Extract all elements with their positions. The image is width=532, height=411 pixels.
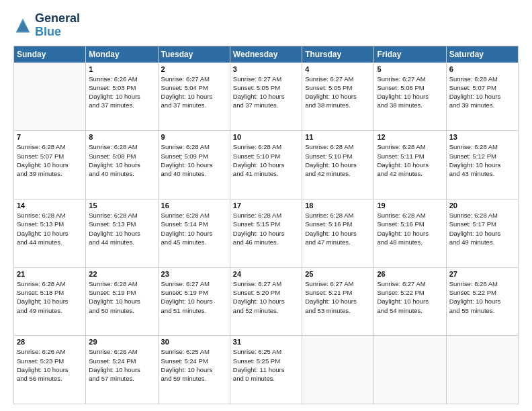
calendar-week-row: 1Sunrise: 6:26 AM Sunset: 5:03 PM Daylig… xyxy=(14,62,519,131)
day-info: Sunrise: 6:28 AM Sunset: 5:17 PM Dayligh… xyxy=(449,211,515,246)
calendar-cell: 20Sunrise: 6:28 AM Sunset: 5:17 PM Dayli… xyxy=(446,199,518,267)
calendar-cell xyxy=(446,336,518,404)
day-info: Sunrise: 6:25 AM Sunset: 5:24 PM Dayligh… xyxy=(161,347,227,383)
weekday-header: Sunday xyxy=(14,46,86,62)
calendar-cell: 28Sunrise: 6:26 AM Sunset: 5:23 PM Dayli… xyxy=(14,336,86,404)
weekday-header: Wednesday xyxy=(230,46,302,62)
day-number: 15 xyxy=(89,201,154,210)
calendar-week-row: 7Sunrise: 6:28 AM Sunset: 5:07 PM Daylig… xyxy=(14,131,519,199)
calendar-cell: 16Sunrise: 6:28 AM Sunset: 5:14 PM Dayli… xyxy=(158,199,230,267)
calendar-cell: 27Sunrise: 6:26 AM Sunset: 5:22 PM Dayli… xyxy=(446,267,518,336)
day-number: 29 xyxy=(89,338,154,346)
day-info: Sunrise: 6:27 AM Sunset: 5:05 PM Dayligh… xyxy=(233,75,299,110)
calendar-cell: 30Sunrise: 6:25 AM Sunset: 5:24 PM Dayli… xyxy=(158,336,230,404)
calendar-week-row: 21Sunrise: 6:28 AM Sunset: 5:18 PM Dayli… xyxy=(14,267,519,336)
calendar-cell: 26Sunrise: 6:27 AM Sunset: 5:22 PM Dayli… xyxy=(374,267,446,336)
day-info: Sunrise: 6:26 AM Sunset: 5:03 PM Dayligh… xyxy=(89,75,154,110)
calendar-cell: 10Sunrise: 6:28 AM Sunset: 5:10 PM Dayli… xyxy=(230,131,302,199)
calendar-week-row: 28Sunrise: 6:26 AM Sunset: 5:23 PM Dayli… xyxy=(14,336,519,404)
weekday-header: Saturday xyxy=(446,46,518,62)
calendar-cell: 18Sunrise: 6:28 AM Sunset: 5:16 PM Dayli… xyxy=(302,199,374,267)
day-number: 8 xyxy=(89,133,154,141)
day-number: 5 xyxy=(377,65,443,73)
day-info: Sunrise: 6:26 AM Sunset: 5:23 PM Dayligh… xyxy=(17,347,83,383)
calendar-cell: 25Sunrise: 6:27 AM Sunset: 5:21 PM Dayli… xyxy=(302,267,374,336)
day-info: Sunrise: 6:28 AM Sunset: 5:19 PM Dayligh… xyxy=(89,279,154,315)
day-info: Sunrise: 6:27 AM Sunset: 5:06 PM Dayligh… xyxy=(377,75,443,110)
calendar-cell: 23Sunrise: 6:27 AM Sunset: 5:19 PM Dayli… xyxy=(158,267,230,336)
day-info: Sunrise: 6:27 AM Sunset: 5:20 PM Dayligh… xyxy=(233,279,299,315)
logo-text: General Blue xyxy=(35,12,80,39)
weekday-header: Monday xyxy=(86,46,158,62)
day-number: 22 xyxy=(89,270,154,278)
day-number: 6 xyxy=(449,65,515,73)
day-number: 31 xyxy=(233,338,299,346)
day-info: Sunrise: 6:28 AM Sunset: 5:08 PM Dayligh… xyxy=(89,142,154,178)
calendar-body: 1Sunrise: 6:26 AM Sunset: 5:03 PM Daylig… xyxy=(14,62,519,404)
weekday-header: Friday xyxy=(374,46,446,62)
calendar-cell xyxy=(14,62,86,131)
calendar-cell: 14Sunrise: 6:28 AM Sunset: 5:13 PM Dayli… xyxy=(14,199,86,267)
day-number: 25 xyxy=(305,270,371,278)
calendar-cell: 1Sunrise: 6:26 AM Sunset: 5:03 PM Daylig… xyxy=(86,62,158,131)
day-number: 18 xyxy=(305,201,371,210)
day-info: Sunrise: 6:28 AM Sunset: 5:11 PM Dayligh… xyxy=(377,142,443,178)
day-info: Sunrise: 6:28 AM Sunset: 5:10 PM Dayligh… xyxy=(305,142,371,178)
day-info: Sunrise: 6:28 AM Sunset: 5:14 PM Dayligh… xyxy=(161,211,227,246)
calendar-cell: 31Sunrise: 6:25 AM Sunset: 5:25 PM Dayli… xyxy=(230,336,302,404)
day-number: 2 xyxy=(161,65,227,73)
svg-marker-1 xyxy=(17,21,29,32)
day-number: 13 xyxy=(449,133,515,141)
calendar-week-row: 14Sunrise: 6:28 AM Sunset: 5:13 PM Dayli… xyxy=(14,199,519,267)
day-info: Sunrise: 6:28 AM Sunset: 5:13 PM Dayligh… xyxy=(17,211,83,246)
calendar-cell: 11Sunrise: 6:28 AM Sunset: 5:10 PM Dayli… xyxy=(302,131,374,199)
day-number: 19 xyxy=(377,201,443,210)
day-info: Sunrise: 6:28 AM Sunset: 5:16 PM Dayligh… xyxy=(305,211,371,246)
day-info: Sunrise: 6:27 AM Sunset: 5:05 PM Dayligh… xyxy=(305,75,371,110)
calendar-cell: 22Sunrise: 6:28 AM Sunset: 5:19 PM Dayli… xyxy=(86,267,158,336)
day-number: 14 xyxy=(17,201,83,210)
day-info: Sunrise: 6:26 AM Sunset: 5:24 PM Dayligh… xyxy=(89,347,154,383)
calendar-cell: 2Sunrise: 6:27 AM Sunset: 5:04 PM Daylig… xyxy=(158,62,230,131)
day-info: Sunrise: 6:27 AM Sunset: 5:19 PM Dayligh… xyxy=(161,279,227,315)
calendar-cell xyxy=(302,336,374,404)
day-number: 11 xyxy=(305,133,371,141)
calendar-cell: 15Sunrise: 6:28 AM Sunset: 5:13 PM Dayli… xyxy=(86,199,158,267)
day-info: Sunrise: 6:28 AM Sunset: 5:07 PM Dayligh… xyxy=(17,142,83,178)
calendar-cell: 3Sunrise: 6:27 AM Sunset: 5:05 PM Daylig… xyxy=(230,62,302,131)
calendar-cell: 7Sunrise: 6:28 AM Sunset: 5:07 PM Daylig… xyxy=(14,131,86,199)
day-info: Sunrise: 6:28 AM Sunset: 5:12 PM Dayligh… xyxy=(449,142,515,178)
calendar-cell: 4Sunrise: 6:27 AM Sunset: 5:05 PM Daylig… xyxy=(302,62,374,131)
day-number: 10 xyxy=(233,133,299,141)
day-info: Sunrise: 6:28 AM Sunset: 5:09 PM Dayligh… xyxy=(161,142,227,178)
day-number: 4 xyxy=(305,65,371,73)
weekday-header: Tuesday xyxy=(158,46,230,62)
day-number: 12 xyxy=(377,133,443,141)
day-number: 20 xyxy=(449,201,515,210)
day-info: Sunrise: 6:28 AM Sunset: 5:07 PM Dayligh… xyxy=(449,75,515,110)
logo: General Blue xyxy=(13,12,80,39)
calendar-table: SundayMondayTuesdayWednesdayThursdayFrid… xyxy=(13,46,519,404)
calendar-cell: 29Sunrise: 6:26 AM Sunset: 5:24 PM Dayli… xyxy=(86,336,158,404)
day-number: 3 xyxy=(233,65,299,73)
day-number: 27 xyxy=(449,270,515,278)
day-info: Sunrise: 6:27 AM Sunset: 5:22 PM Dayligh… xyxy=(377,279,443,315)
calendar-cell: 6Sunrise: 6:28 AM Sunset: 5:07 PM Daylig… xyxy=(446,62,518,131)
calendar-header-row: SundayMondayTuesdayWednesdayThursdayFrid… xyxy=(14,46,519,62)
calendar-cell: 13Sunrise: 6:28 AM Sunset: 5:12 PM Dayli… xyxy=(446,131,518,199)
day-number: 28 xyxy=(17,338,83,346)
day-number: 7 xyxy=(17,133,83,141)
calendar-cell: 12Sunrise: 6:28 AM Sunset: 5:11 PM Dayli… xyxy=(374,131,446,199)
calendar-cell: 21Sunrise: 6:28 AM Sunset: 5:18 PM Dayli… xyxy=(14,267,86,336)
day-number: 9 xyxy=(161,133,227,141)
day-number: 1 xyxy=(89,65,154,73)
day-info: Sunrise: 6:27 AM Sunset: 5:21 PM Dayligh… xyxy=(305,279,371,315)
calendar-cell xyxy=(374,336,446,404)
day-info: Sunrise: 6:28 AM Sunset: 5:18 PM Dayligh… xyxy=(17,279,83,315)
day-info: Sunrise: 6:28 AM Sunset: 5:10 PM Dayligh… xyxy=(233,142,299,178)
calendar-cell: 17Sunrise: 6:28 AM Sunset: 5:15 PM Dayli… xyxy=(230,199,302,267)
day-info: Sunrise: 6:28 AM Sunset: 5:16 PM Dayligh… xyxy=(377,211,443,246)
calendar-cell: 24Sunrise: 6:27 AM Sunset: 5:20 PM Dayli… xyxy=(230,267,302,336)
day-number: 17 xyxy=(233,201,299,210)
day-info: Sunrise: 6:27 AM Sunset: 5:04 PM Dayligh… xyxy=(161,75,227,110)
